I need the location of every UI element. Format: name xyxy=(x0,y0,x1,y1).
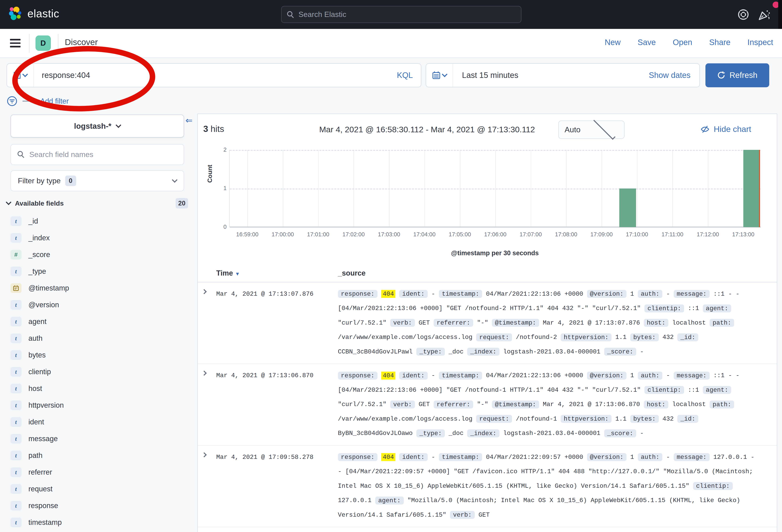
date-quick-select-button[interactable] xyxy=(426,64,453,87)
field-item-agent[interactable]: tagent xyxy=(10,316,188,327)
y-tick-label: 1 xyxy=(219,185,227,191)
field-item-version[interactable]: t@version xyxy=(10,300,188,310)
doc-source: response: 404 ident: - timestamp: 04/Mar… xyxy=(338,450,761,523)
field-value: - xyxy=(431,291,435,298)
field-key-badge: httpversion: xyxy=(561,415,611,423)
saved-query-menu-button[interactable] xyxy=(7,64,34,87)
doc-source: response: 404 ident: - timestamp: 04/Mar… xyxy=(338,287,761,359)
filter-icon[interactable] xyxy=(7,96,17,107)
field-key-badge: verb: xyxy=(390,401,415,409)
field-key-badge: verb: xyxy=(450,511,475,519)
field-type-icon: t xyxy=(10,233,22,243)
interval-value: Auto xyxy=(565,125,591,134)
toolbar-link-inspect[interactable]: Inspect xyxy=(747,38,773,47)
x-tick-label: 17:08:00 xyxy=(549,231,583,238)
field-item-timestamp[interactable]: @timestamp xyxy=(10,283,188,293)
collapse-sidebar-icon[interactable]: ⇐ xyxy=(185,116,192,125)
help-icon[interactable] xyxy=(736,8,750,22)
histogram-chart[interactable]: 16:59:0017:00:0017:01:0017:02:0017:03:00… xyxy=(229,150,761,227)
field-key-badge: host: xyxy=(644,319,669,327)
field-value: 04/Mar/2021:22:13:06 +0000 xyxy=(486,291,583,298)
field-type-icon: # xyxy=(10,250,22,259)
filter-by-type-select[interactable]: Filter by type 0 xyxy=(10,170,184,191)
field-item-clientip[interactable]: tclientip xyxy=(10,367,188,377)
x-axis-line xyxy=(230,227,761,228)
filter-by-type-label: Filter by type xyxy=(18,177,61,185)
field-item-index[interactable]: t_index xyxy=(10,233,188,243)
field-key-badge: ident: xyxy=(399,290,428,298)
global-search-placeholder: Search Elastic xyxy=(298,10,346,19)
toolbar-link-open[interactable]: Open xyxy=(673,38,692,47)
field-item-path[interactable]: tpath xyxy=(10,451,188,460)
expand-row-icon[interactable] xyxy=(202,289,207,294)
field-item-type[interactable]: t_type xyxy=(10,266,188,276)
elastic-clover-icon xyxy=(8,6,23,21)
query-input[interactable]: response:404 xyxy=(34,71,397,80)
column-header-source[interactable]: _source xyxy=(338,269,366,277)
field-value: ByBN_3cB04dGovJLOawo xyxy=(338,430,413,437)
field-item-timestamp[interactable]: ttimestamp xyxy=(10,518,188,527)
x-tick-label: 17:10:00 xyxy=(619,231,654,238)
field-item-bytes[interactable]: tbytes xyxy=(10,350,188,360)
toolbar-link-save[interactable]: Save xyxy=(638,38,656,47)
hits-toolbar: 3 hits Mar 4, 2021 @ 16:58:30.112 - Mar … xyxy=(198,114,777,145)
field-search-input[interactable]: Search field names xyxy=(10,144,184,165)
refresh-icon xyxy=(717,71,725,79)
scrollbar[interactable] xyxy=(778,0,782,29)
field-item-request[interactable]: trequest xyxy=(10,484,188,494)
toolbar-link-share[interactable]: Share xyxy=(709,38,731,47)
field-key-badge: bytes: xyxy=(630,333,659,341)
field-item-id[interactable]: t_id xyxy=(10,216,188,226)
field-key-badge: ident: xyxy=(399,453,428,461)
index-pattern-select[interactable]: logstash-* xyxy=(10,115,184,138)
add-filter-button[interactable]: + Add filter xyxy=(35,97,69,105)
field-name-label: _score xyxy=(29,251,50,259)
expand-row-icon[interactable] xyxy=(202,452,207,457)
field-item-host[interactable]: thost xyxy=(10,384,188,393)
field-search-placeholder: Search field names xyxy=(29,150,93,159)
x-tick-label: 17:02:00 xyxy=(336,231,371,238)
field-key-badge: _id: xyxy=(677,415,698,423)
hide-chart-button[interactable]: Hide chart xyxy=(700,124,751,134)
show-dates-button[interactable]: Show dates xyxy=(649,71,700,80)
field-key-badge: _index: xyxy=(467,348,499,356)
elastic-logo[interactable]: elastic xyxy=(8,6,59,21)
whats-new-icon[interactable] xyxy=(757,8,771,22)
field-key-badge: agent: xyxy=(375,497,404,504)
field-name-label: auth xyxy=(29,334,43,343)
field-item-auth[interactable]: tauth xyxy=(10,333,188,343)
field-value: localhost xyxy=(672,401,706,408)
field-item-response[interactable]: tresponse xyxy=(10,501,188,511)
field-value: Mar 4, 2021 @ 17:13:06.870 xyxy=(543,401,640,408)
field-item-referrer[interactable]: treferrer xyxy=(10,467,188,477)
expand-row-icon[interactable] xyxy=(202,371,207,376)
field-key-badge: referrer: xyxy=(434,401,473,409)
discover-app-badge[interactable]: D xyxy=(35,35,51,51)
toolbar-link-new[interactable]: New xyxy=(605,38,621,47)
field-item-ident[interactable]: tident xyxy=(10,417,188,427)
available-fields-header[interactable]: Available fields 20 xyxy=(7,197,188,209)
field-item-message[interactable]: tmessage xyxy=(10,434,188,444)
query-language-button[interactable]: KQL xyxy=(397,71,421,80)
field-item-httpversion[interactable]: thttpversion xyxy=(10,400,188,410)
field-key-badge: path: xyxy=(710,319,734,327)
menu-icon[interactable] xyxy=(10,39,21,47)
field-value: 04/Mar/2021:22:09:57 +0000 xyxy=(486,454,583,461)
field-value: /notfound-2 xyxy=(516,334,557,341)
field-key-badge: @timestamp: xyxy=(492,319,539,327)
histogram-bar[interactable] xyxy=(619,189,636,227)
global-search-input[interactable]: Search Elastic xyxy=(281,6,522,23)
refresh-button[interactable]: Refresh xyxy=(705,63,769,87)
interval-select[interactable]: Auto xyxy=(558,120,625,139)
field-value: 127.0.0.1 xyxy=(338,497,372,504)
fields-sidebar: logstash-* Search field names Filter by … xyxy=(0,111,198,532)
column-header-time[interactable]: Time ▼ xyxy=(216,269,240,277)
histogram-bar[interactable] xyxy=(743,150,760,227)
chevron-down-icon xyxy=(22,71,28,77)
field-name-label: @version xyxy=(29,301,59,309)
field-type-icon: t xyxy=(10,317,22,327)
time-range-value[interactable]: Last 15 minutes xyxy=(453,71,649,80)
field-value: ::1 xyxy=(688,386,699,393)
x-tick-label: 17:00:00 xyxy=(265,231,300,238)
field-item-score[interactable]: #_score xyxy=(10,250,188,260)
